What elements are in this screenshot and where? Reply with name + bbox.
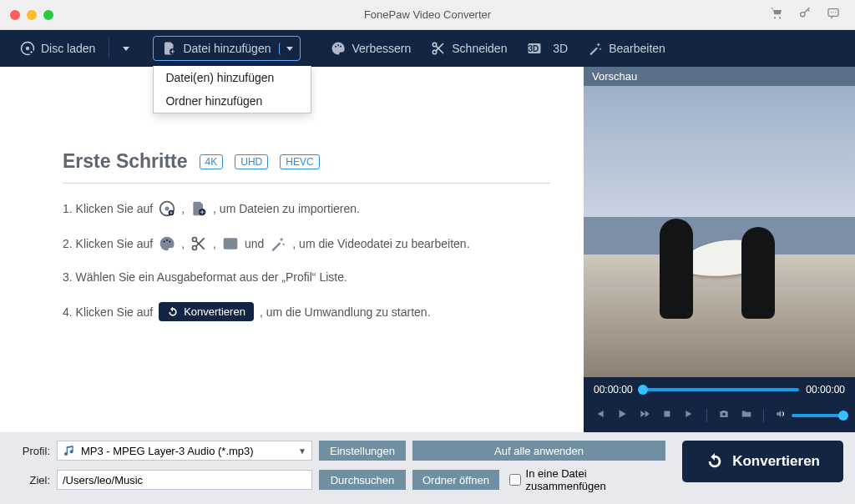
profile-select[interactable]: MP3 - MPEG Layer-3 Audio (*.mp3) ▼ bbox=[57, 441, 312, 461]
profile-value: MP3 - MPEG Layer-3 Audio (*.mp3) bbox=[81, 445, 254, 457]
bottom-panel: Profil: MP3 - MPEG Layer-3 Audio (*.mp3)… bbox=[0, 432, 855, 504]
cut-button[interactable]: Schneiden bbox=[422, 37, 515, 60]
add-file-label: Datei hinzufügen bbox=[183, 42, 271, 55]
edit-label: Bearbeiten bbox=[609, 42, 665, 55]
open-folder-button[interactable] bbox=[741, 408, 752, 422]
merge-label: In eine Datei zusammenfügen bbox=[526, 467, 666, 492]
dest-input[interactable]: /Users/leo/Music bbox=[57, 470, 312, 490]
wand-icon bbox=[588, 41, 603, 56]
close-button[interactable] bbox=[10, 10, 20, 20]
preview-image bbox=[584, 86, 855, 377]
stop-button[interactable] bbox=[661, 408, 673, 422]
step-1-text-a: 1. Klicken Sie auf bbox=[63, 202, 153, 215]
add-file-button[interactable]: Datei hinzufügen bbox=[154, 37, 279, 60]
mini-convert-button: Konvertieren bbox=[159, 302, 254, 321]
divider bbox=[63, 183, 550, 184]
palette-icon bbox=[159, 235, 175, 252]
step-4-text-a: 4. Klicken Sie auf bbox=[63, 305, 153, 319]
volume-slider[interactable] bbox=[792, 414, 845, 417]
step-2: 2. Klicken Sie auf , , und , um die Vide… bbox=[63, 235, 550, 252]
rotate-icon bbox=[706, 452, 724, 471]
titlebar: FonePaw Video Converter bbox=[0, 0, 855, 30]
volume-icon[interactable] bbox=[775, 408, 787, 422]
rotate-icon bbox=[167, 306, 179, 318]
disc-load-dropdown[interactable] bbox=[114, 43, 138, 55]
time-bar: 00:00:00 00:00:00 bbox=[584, 377, 855, 402]
dest-label: Ziel: bbox=[12, 474, 50, 486]
disc-icon bbox=[159, 200, 175, 217]
separator bbox=[109, 38, 109, 58]
main-toolbar: Disc laden Datei hinzufügen Datei(en) hi… bbox=[0, 30, 855, 67]
app-title: FonePaw Video Converter bbox=[0, 8, 855, 21]
step-3: 3. Wählen Sie ein Ausgabeformat aus der … bbox=[63, 270, 550, 284]
main-body: Erste Schritte 4K UHD HEVC 1. Klicken Si… bbox=[0, 67, 855, 432]
window-controls bbox=[0, 10, 53, 20]
browse-button[interactable]: Durchsuchen bbox=[319, 470, 406, 490]
enhance-button[interactable]: Verbessern bbox=[322, 37, 419, 60]
edit-button[interactable]: Bearbeiten bbox=[579, 37, 674, 60]
dest-value: /Users/leo/Music bbox=[63, 474, 143, 486]
scissors-icon bbox=[190, 235, 207, 252]
add-file-dropdown-menu: Datei(en) hinzufügen Ordner hinzufügen bbox=[153, 66, 311, 113]
preview-panel: Vorschau 00:00:00 00:00:00 bbox=[584, 67, 855, 432]
enhance-label: Verbessern bbox=[352, 42, 411, 55]
convert-button[interactable]: Konvertieren bbox=[682, 441, 843, 482]
chip-4k: 4K bbox=[200, 154, 224, 169]
three-d-icon bbox=[222, 235, 239, 252]
add-file-icon bbox=[162, 41, 177, 56]
time-end: 00:00:00 bbox=[806, 384, 845, 396]
step-2-text-a: 2. Klicken Sie auf bbox=[63, 237, 153, 250]
menu-item-add-files[interactable]: Datei(en) hinzufügen bbox=[154, 66, 311, 89]
seek-slider[interactable] bbox=[640, 388, 800, 391]
apply-all-button[interactable]: Auf alle anwenden bbox=[412, 441, 665, 461]
chip-hevc: HEVC bbox=[280, 154, 319, 169]
add-file-split-button: Datei hinzufügen bbox=[153, 36, 301, 61]
add-file-icon bbox=[190, 200, 207, 217]
mini-convert-label: Konvertieren bbox=[184, 305, 245, 318]
add-file-dropdown-toggle[interactable] bbox=[279, 43, 300, 55]
menu-item-add-folder[interactable]: Ordner hinzufügen bbox=[154, 89, 311, 113]
next-button[interactable] bbox=[684, 408, 696, 422]
wand-icon bbox=[270, 235, 286, 252]
step-1-text-b: , um Dateien zu importieren. bbox=[213, 202, 360, 215]
convert-label: Konvertieren bbox=[732, 453, 820, 470]
chip-uhd: UHD bbox=[235, 154, 268, 169]
fast-forward-button[interactable] bbox=[639, 408, 650, 422]
step-4-text-b: , um die Umwandlung zu starten. bbox=[260, 305, 431, 319]
maximize-button[interactable] bbox=[43, 10, 53, 20]
open-output-folder-button[interactable]: Ordner öffnen bbox=[412, 470, 499, 490]
disc-icon bbox=[20, 41, 35, 56]
settings-button[interactable]: Einstellungen bbox=[319, 441, 406, 461]
steps-heading: Erste Schritte bbox=[63, 150, 188, 173]
feedback-icon[interactable] bbox=[827, 7, 840, 23]
profile-label: Profil: bbox=[12, 445, 50, 457]
step-4: 4. Klicken Sie auf Konvertieren , um die… bbox=[63, 302, 550, 321]
time-start: 00:00:00 bbox=[594, 384, 633, 396]
merge-checkbox-wrap[interactable]: In eine Datei zusammenfügen bbox=[509, 467, 665, 492]
music-icon bbox=[63, 444, 76, 457]
step-3-text: 3. Wählen Sie ein Ausgabeformat aus der … bbox=[63, 270, 347, 284]
three-d-button[interactable]: 3D 3D bbox=[519, 37, 576, 60]
disc-load-label: Disc laden bbox=[41, 42, 95, 55]
step-1: 1. Klicken Sie auf , , um Dateien zu imp… bbox=[63, 200, 550, 217]
step-2-and: und bbox=[245, 237, 264, 250]
store-icon[interactable] bbox=[770, 7, 783, 23]
minimize-button[interactable] bbox=[27, 10, 37, 20]
palette-icon bbox=[331, 41, 346, 56]
step-2-text-b: , um die Videodatei zu bearbeiten. bbox=[292, 237, 469, 250]
player-controls bbox=[584, 402, 855, 432]
preview-header: Vorschau bbox=[584, 67, 855, 86]
merge-checkbox[interactable] bbox=[509, 474, 521, 486]
prev-button[interactable] bbox=[594, 408, 605, 422]
snapshot-button[interactable] bbox=[718, 408, 730, 422]
three-d-label: 3D bbox=[553, 42, 568, 55]
register-icon[interactable] bbox=[798, 7, 812, 23]
play-button[interactable] bbox=[616, 408, 628, 422]
cut-label: Schneiden bbox=[452, 42, 507, 55]
disc-load-button[interactable]: Disc laden bbox=[12, 37, 104, 60]
getting-started-pane: Erste Schritte 4K UHD HEVC 1. Klicken Si… bbox=[0, 67, 584, 432]
scissors-icon bbox=[431, 41, 446, 56]
